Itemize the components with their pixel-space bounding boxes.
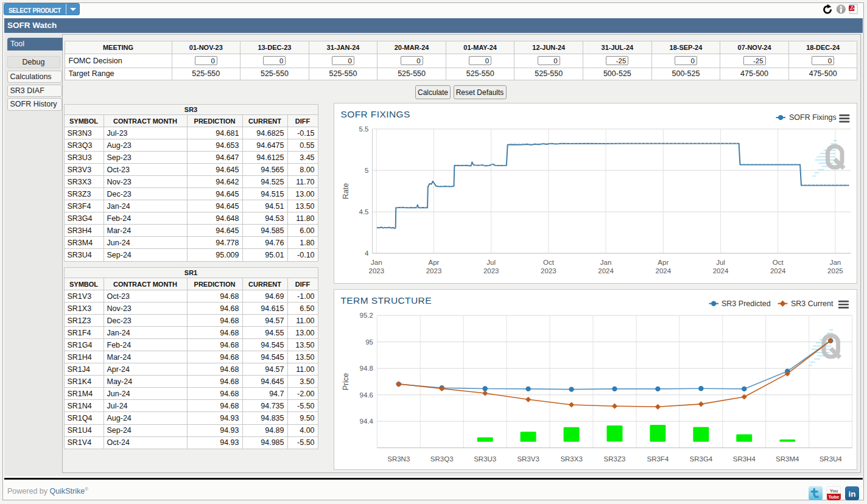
- svg-text:SOFR FIXINGS: SOFR FIXINGS: [340, 108, 410, 119]
- svg-text:Jul: Jul: [486, 258, 496, 265]
- svg-text:5.5: 5.5: [359, 125, 368, 132]
- svg-text:95: 95: [365, 338, 373, 345]
- svg-text:5: 5: [365, 167, 368, 174]
- svg-text:2024: 2024: [598, 267, 614, 274]
- svg-text:94.8: 94.8: [359, 365, 373, 372]
- svg-text:SR3Z3: SR3Z3: [603, 455, 625, 462]
- svg-text:SR3N3: SR3N3: [387, 455, 410, 462]
- svg-text:in: in: [848, 489, 855, 499]
- svg-text:Jan: Jan: [371, 258, 382, 265]
- svg-text:SR3G4: SR3G4: [689, 455, 712, 462]
- svg-text:SR3F4: SR3F4: [647, 455, 669, 462]
- svg-text:SR3V3: SR3V3: [517, 455, 539, 462]
- svg-text:SR3M4: SR3M4: [776, 455, 799, 462]
- svg-text:2023: 2023: [541, 267, 556, 274]
- svg-text:SR3 Current: SR3 Current: [791, 299, 834, 308]
- svg-text:94.6: 94.6: [359, 391, 373, 398]
- svg-text:Apr: Apr: [658, 258, 669, 265]
- svg-text:SR3U3: SR3U3: [474, 455, 496, 462]
- svg-text:Oct: Oct: [542, 258, 554, 265]
- svg-text:Tube: Tube: [828, 494, 838, 500]
- svg-text:SR3Q3: SR3Q3: [430, 455, 453, 462]
- svg-text:Rate: Rate: [341, 183, 349, 198]
- svg-text:SOFR Fixings: SOFR Fixings: [789, 113, 837, 122]
- svg-text:2023: 2023: [368, 267, 384, 274]
- svg-text:2025: 2025: [827, 267, 843, 274]
- svg-text:Jan: Jan: [829, 258, 841, 265]
- svg-text:95.2: 95.2: [359, 312, 373, 319]
- svg-text:4: 4: [365, 250, 369, 257]
- svg-text:TERM STRUCTURE: TERM STRUCTURE: [340, 295, 431, 305]
- svg-text:Jan: Jan: [600, 258, 611, 265]
- svg-text:Price: Price: [341, 373, 349, 390]
- svg-text:2024: 2024: [712, 267, 728, 274]
- svg-text:94.4: 94.4: [359, 418, 373, 425]
- svg-text:SR3X3: SR3X3: [560, 455, 582, 462]
- svg-text:2024: 2024: [655, 267, 671, 274]
- svg-text:Apr: Apr: [428, 258, 439, 265]
- svg-text:Oct: Oct: [772, 258, 784, 265]
- svg-text:Jul: Jul: [716, 258, 725, 265]
- svg-text:You: You: [829, 488, 838, 494]
- svg-text:2023: 2023: [483, 267, 499, 274]
- svg-text:SR3H4: SR3H4: [732, 455, 756, 462]
- svg-text:SR3 Predicted: SR3 Predicted: [721, 299, 771, 308]
- svg-text:2024: 2024: [770, 267, 785, 274]
- svg-text:4.5: 4.5: [359, 208, 368, 215]
- svg-text:SR3U4: SR3U4: [819, 455, 842, 462]
- svg-text:2023: 2023: [426, 267, 441, 274]
